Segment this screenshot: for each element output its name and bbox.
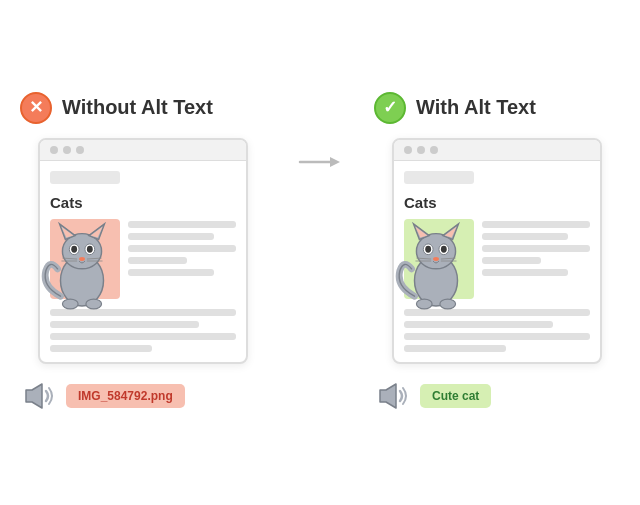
left-bottom-lines (50, 309, 236, 352)
svg-point-27 (425, 245, 431, 252)
right-filename-badge: Cute cat (420, 384, 491, 408)
right-bottom-line-2 (404, 321, 553, 328)
left-line-3 (128, 245, 236, 252)
right-browser-content: Cats (394, 161, 600, 362)
right-content-row (404, 219, 590, 299)
right-line-4 (482, 257, 541, 264)
right-image-box (404, 219, 474, 299)
main-container: ✕ Without Alt Text Cats (0, 72, 640, 434)
good-badge-symbol: ✓ (383, 97, 397, 118)
right-browser-window: Cats (392, 138, 602, 364)
right-dot-3 (430, 146, 438, 154)
left-browser-content: Cats (40, 161, 246, 362)
right-line-3 (482, 245, 590, 252)
good-badge-icon: ✓ (374, 92, 406, 124)
left-content-row (50, 219, 236, 299)
right-bottom-label: Cute cat (374, 378, 620, 414)
right-line-2 (482, 233, 568, 240)
left-filename-badge: IMG_584792.png (66, 384, 185, 408)
svg-point-15 (62, 299, 78, 309)
svg-point-35 (416, 299, 432, 309)
right-browser-topbar (394, 140, 600, 161)
left-cat-illustration (38, 209, 126, 309)
left-browser-topbar (40, 140, 246, 161)
bad-badge-icon: ✕ (20, 92, 52, 124)
right-line-5 (482, 269, 568, 276)
left-panel-title: Without Alt Text (62, 96, 213, 119)
svg-point-16 (86, 299, 102, 309)
arrow-container (298, 92, 342, 172)
right-cat-illustration (392, 209, 480, 309)
left-line-4 (128, 257, 187, 264)
right-bottom-line-3 (404, 333, 590, 340)
left-dot-1 (50, 146, 58, 154)
left-line-1 (128, 221, 236, 228)
left-search-bar (50, 171, 120, 184)
left-panel-header: ✕ Without Alt Text (20, 92, 266, 124)
svg-point-10 (79, 257, 85, 261)
svg-marker-17 (26, 384, 42, 408)
left-bottom-line-3 (50, 333, 236, 340)
left-bottom-line-4 (50, 345, 152, 352)
arrow-icon (298, 152, 342, 172)
svg-point-7 (71, 245, 77, 252)
left-text-lines (128, 219, 236, 276)
right-line-1 (482, 221, 590, 228)
svg-point-9 (87, 245, 93, 252)
left-image-box (50, 219, 120, 299)
right-bottom-line-4 (404, 345, 506, 352)
right-panel-title: With Alt Text (416, 96, 536, 119)
left-dot-2 (63, 146, 71, 154)
svg-point-36 (440, 299, 456, 309)
right-panel: ✓ With Alt Text Cats (374, 92, 620, 414)
left-bottom-line-2 (50, 321, 199, 328)
svg-marker-19 (330, 157, 340, 167)
left-panel: ✕ Without Alt Text Cats (20, 92, 266, 414)
right-text-lines (482, 219, 590, 276)
right-speaker-icon (374, 378, 410, 414)
left-browser-window: Cats (38, 138, 248, 364)
right-dot-2 (417, 146, 425, 154)
right-dot-1 (404, 146, 412, 154)
left-line-5 (128, 269, 214, 276)
left-line-2 (128, 233, 214, 240)
left-bottom-label: IMG_584792.png (20, 378, 266, 414)
right-search-bar (404, 171, 474, 184)
bad-badge-symbol: ✕ (29, 97, 43, 118)
left-speaker-icon (20, 378, 56, 414)
right-panel-header: ✓ With Alt Text (374, 92, 620, 124)
right-bottom-lines (404, 309, 590, 352)
svg-point-30 (433, 257, 439, 261)
svg-point-29 (441, 245, 447, 252)
svg-marker-37 (380, 384, 396, 408)
left-dot-3 (76, 146, 84, 154)
